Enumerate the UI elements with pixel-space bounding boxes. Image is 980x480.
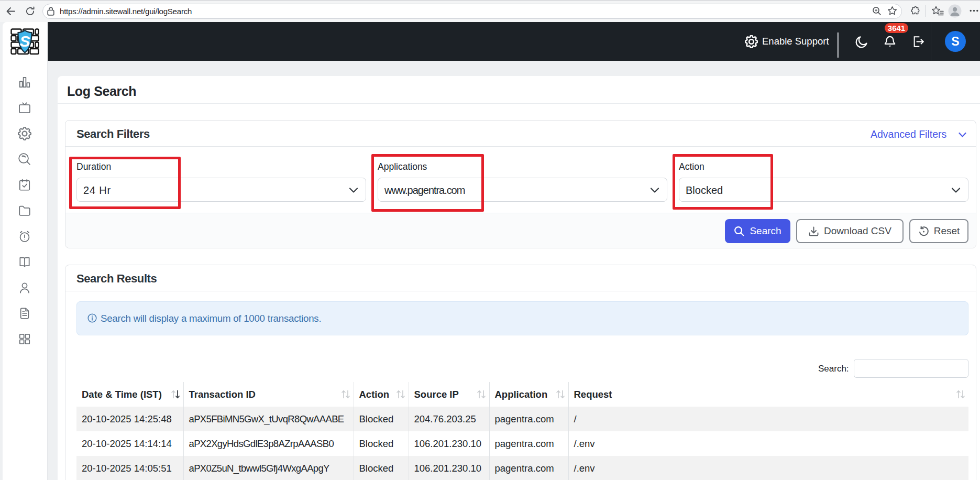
svg-text:S: S [19,32,30,50]
